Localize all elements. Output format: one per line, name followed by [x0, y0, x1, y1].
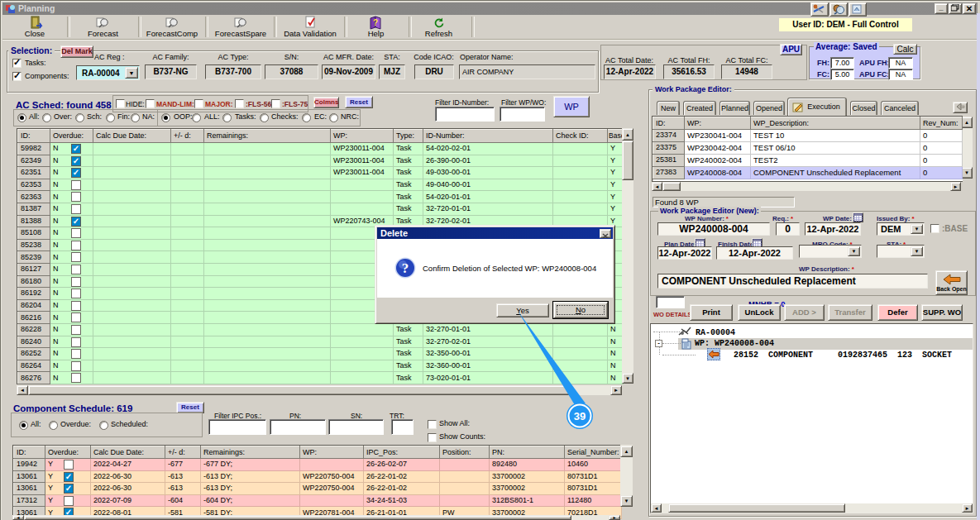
svg-text:?: ?: [373, 18, 378, 27]
svg-text:39: 39: [574, 410, 586, 422]
svg-text:?: ?: [402, 260, 409, 276]
